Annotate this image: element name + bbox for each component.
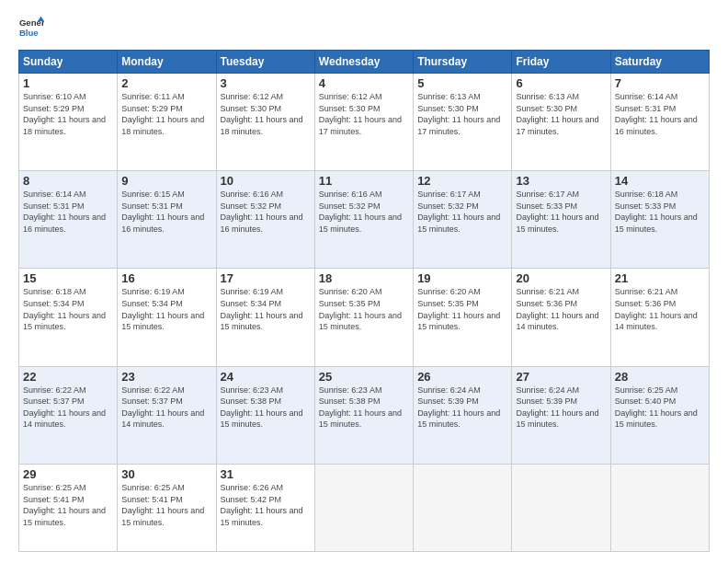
calendar-cell: 26Sunrise: 6:24 AMSunset: 5:39 PMDayligh… [414,366,512,464]
calendar-cell: 2Sunrise: 6:11 AMSunset: 5:29 PMDaylight… [118,74,216,171]
calendar-cell: 30Sunrise: 6:25 AMSunset: 5:41 PMDayligh… [118,464,216,551]
day-number: 11 [319,174,409,188]
day-info: Sunrise: 6:20 AMSunset: 5:35 PMDaylight:… [319,286,409,332]
calendar-cell: 18Sunrise: 6:20 AMSunset: 5:35 PMDayligh… [314,269,413,366]
day-number: 4 [319,76,409,90]
day-number: 24 [221,370,311,384]
day-number: 20 [516,271,606,285]
day-info: Sunrise: 6:15 AMSunset: 5:31 PMDaylight:… [121,189,211,235]
day-number: 10 [221,174,311,188]
calendar-cell: 23Sunrise: 6:22 AMSunset: 5:37 PMDayligh… [118,366,216,464]
calendar-cell: 29Sunrise: 6:25 AMSunset: 5:41 PMDayligh… [19,464,118,551]
day-number: 31 [221,467,311,481]
calendar-cell [314,464,413,551]
day-number: 29 [23,467,113,481]
day-info: Sunrise: 6:23 AMSunset: 5:38 PMDaylight:… [319,385,409,431]
day-info: Sunrise: 6:13 AMSunset: 5:30 PMDaylight:… [516,91,606,137]
calendar-cell: 31Sunrise: 6:26 AMSunset: 5:42 PMDayligh… [216,464,314,551]
day-number: 5 [417,76,507,90]
calendar-cell: 28Sunrise: 6:25 AMSunset: 5:40 PMDayligh… [610,366,709,464]
day-info: Sunrise: 6:19 AMSunset: 5:34 PMDaylight:… [221,286,311,332]
day-info: Sunrise: 6:25 AMSunset: 5:40 PMDaylight:… [615,385,705,431]
calendar-header-row: SundayMondayTuesdayWednesdayThursdayFrid… [19,51,710,74]
calendar-week-row: 15Sunrise: 6:18 AMSunset: 5:34 PMDayligh… [19,269,710,366]
day-info: Sunrise: 6:17 AMSunset: 5:33 PMDaylight:… [516,189,606,235]
day-number: 3 [221,76,311,90]
page: General Blue SundayMondayTuesdayWednesda… [0,0,728,563]
day-number: 18 [319,271,409,285]
calendar-cell: 4Sunrise: 6:12 AMSunset: 5:30 PMDaylight… [314,74,413,171]
logo-icon: General Blue [18,15,44,40]
calendar-cell: 7Sunrise: 6:14 AMSunset: 5:31 PMDaylight… [610,74,709,171]
day-number: 23 [121,370,211,384]
day-number: 15 [23,271,113,285]
day-info: Sunrise: 6:14 AMSunset: 5:31 PMDaylight:… [615,91,705,137]
day-info: Sunrise: 6:21 AMSunset: 5:36 PMDaylight:… [615,286,705,332]
calendar-cell: 5Sunrise: 6:13 AMSunset: 5:30 PMDaylight… [414,74,512,171]
header: General Blue [18,15,710,40]
day-number: 27 [516,370,606,384]
day-number: 16 [121,271,211,285]
weekday-header: Saturday [610,51,709,74]
day-number: 6 [516,76,606,90]
svg-text:Blue: Blue [19,28,39,38]
day-number: 8 [23,174,113,188]
day-info: Sunrise: 6:21 AMSunset: 5:36 PMDaylight:… [516,286,606,332]
calendar-cell [512,464,610,551]
day-number: 14 [615,174,705,188]
day-number: 12 [417,174,507,188]
day-number: 26 [417,370,507,384]
calendar-cell: 27Sunrise: 6:24 AMSunset: 5:39 PMDayligh… [512,366,610,464]
calendar-cell: 15Sunrise: 6:18 AMSunset: 5:34 PMDayligh… [19,269,118,366]
calendar-table: SundayMondayTuesdayWednesdayThursdayFrid… [18,50,710,552]
day-info: Sunrise: 6:20 AMSunset: 5:35 PMDaylight:… [417,286,507,332]
day-number: 2 [121,76,211,90]
day-info: Sunrise: 6:22 AMSunset: 5:37 PMDaylight:… [121,385,211,431]
calendar-cell [610,464,709,551]
calendar-cell: 17Sunrise: 6:19 AMSunset: 5:34 PMDayligh… [216,269,314,366]
calendar-week-row: 8Sunrise: 6:14 AMSunset: 5:31 PMDaylight… [19,171,710,269]
day-number: 9 [121,174,211,188]
weekday-header: Sunday [19,51,118,74]
calendar-cell: 21Sunrise: 6:21 AMSunset: 5:36 PMDayligh… [610,269,709,366]
calendar-cell: 20Sunrise: 6:21 AMSunset: 5:36 PMDayligh… [512,269,610,366]
day-info: Sunrise: 6:10 AMSunset: 5:29 PMDaylight:… [23,91,113,137]
calendar-cell: 22Sunrise: 6:22 AMSunset: 5:37 PMDayligh… [19,366,118,464]
day-number: 19 [417,271,507,285]
day-info: Sunrise: 6:17 AMSunset: 5:32 PMDaylight:… [417,189,507,235]
day-info: Sunrise: 6:13 AMSunset: 5:30 PMDaylight:… [417,91,507,137]
day-info: Sunrise: 6:23 AMSunset: 5:38 PMDaylight:… [221,385,311,431]
weekday-header: Friday [512,51,610,74]
day-info: Sunrise: 6:14 AMSunset: 5:31 PMDaylight:… [23,189,113,235]
day-number: 7 [615,76,705,90]
day-number: 28 [615,370,705,384]
calendar-cell: 16Sunrise: 6:19 AMSunset: 5:34 PMDayligh… [118,269,216,366]
day-info: Sunrise: 6:25 AMSunset: 5:41 PMDaylight:… [121,482,211,528]
day-info: Sunrise: 6:11 AMSunset: 5:29 PMDaylight:… [121,91,211,137]
weekday-header: Monday [118,51,216,74]
calendar-cell: 12Sunrise: 6:17 AMSunset: 5:32 PMDayligh… [414,171,512,269]
weekday-header: Thursday [414,51,512,74]
calendar-cell: 8Sunrise: 6:14 AMSunset: 5:31 PMDaylight… [19,171,118,269]
day-info: Sunrise: 6:25 AMSunset: 5:41 PMDaylight:… [23,482,113,528]
day-info: Sunrise: 6:24 AMSunset: 5:39 PMDaylight:… [417,385,507,431]
calendar-cell [414,464,512,551]
day-info: Sunrise: 6:18 AMSunset: 5:34 PMDaylight:… [23,286,113,332]
day-number: 21 [615,271,705,285]
day-info: Sunrise: 6:12 AMSunset: 5:30 PMDaylight:… [319,91,409,137]
calendar-cell: 10Sunrise: 6:16 AMSunset: 5:32 PMDayligh… [216,171,314,269]
weekday-header: Wednesday [314,51,413,74]
weekday-header: Tuesday [216,51,314,74]
day-number: 17 [221,271,311,285]
calendar-cell: 24Sunrise: 6:23 AMSunset: 5:38 PMDayligh… [216,366,314,464]
day-info: Sunrise: 6:18 AMSunset: 5:33 PMDaylight:… [615,189,705,235]
calendar-week-row: 29Sunrise: 6:25 AMSunset: 5:41 PMDayligh… [19,464,710,551]
calendar-cell: 3Sunrise: 6:12 AMSunset: 5:30 PMDaylight… [216,74,314,171]
day-info: Sunrise: 6:12 AMSunset: 5:30 PMDaylight:… [221,91,311,137]
day-info: Sunrise: 6:16 AMSunset: 5:32 PMDaylight:… [221,189,311,235]
calendar-week-row: 1Sunrise: 6:10 AMSunset: 5:29 PMDaylight… [19,74,710,171]
calendar-week-row: 22Sunrise: 6:22 AMSunset: 5:37 PMDayligh… [19,366,710,464]
calendar-cell: 13Sunrise: 6:17 AMSunset: 5:33 PMDayligh… [512,171,610,269]
day-number: 22 [23,370,113,384]
logo: General Blue [18,15,44,40]
